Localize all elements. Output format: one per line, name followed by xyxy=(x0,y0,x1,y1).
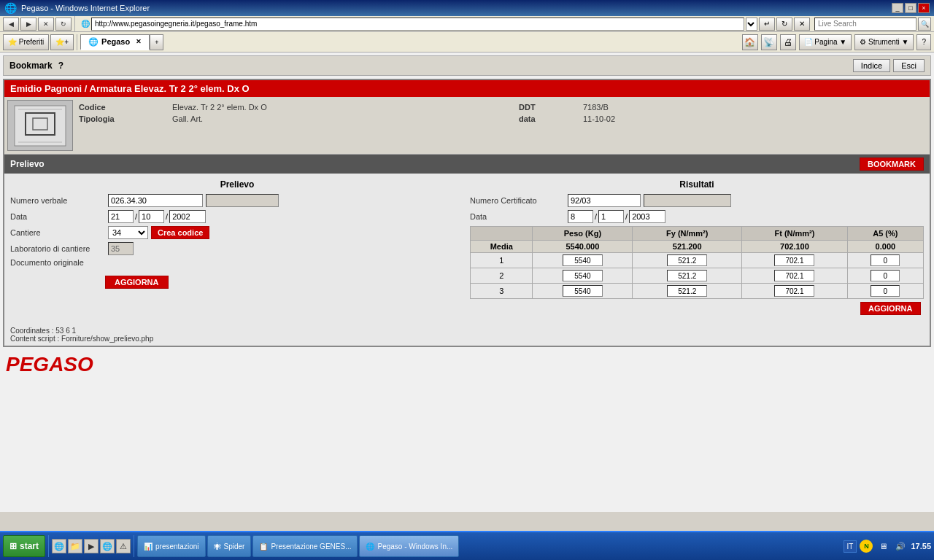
title-bar: 🌐 Pegaso - Windows Internet Explorer _ □… xyxy=(0,0,934,16)
col-ft-header: Ft (N/mm²) xyxy=(742,227,848,241)
back-button[interactable]: ◀ xyxy=(3,18,19,31)
row1-num: 1 xyxy=(471,253,533,268)
ie-logo: 🌐 xyxy=(4,2,17,14)
presentazioni-button[interactable]: 📊 presentazioni xyxy=(137,535,205,557)
date-right-sep1: / xyxy=(595,212,597,221)
toolbar-separator xyxy=(77,34,77,50)
strumenti-button[interactable]: ⚙ Strumenti ▼ xyxy=(854,34,914,50)
media-a5: 0.000 xyxy=(847,241,923,253)
data-right-label: Data xyxy=(470,212,565,221)
feeds-button[interactable]: 📡 xyxy=(761,34,777,50)
row2-ft-input[interactable] xyxy=(774,270,814,281)
tab-pegaso-close[interactable]: ✕ xyxy=(136,38,142,45)
crea-codice-button[interactable]: Crea codice xyxy=(151,226,209,239)
address-input[interactable] xyxy=(91,18,744,31)
pagina-button[interactable]: 📄 Pagina ▼ xyxy=(799,34,852,50)
row3-a5-input[interactable] xyxy=(871,285,900,297)
tipologia-label: Tipologia xyxy=(79,114,166,123)
codice-value: Elevaz. Tr 2 2° elem. Dx O xyxy=(172,103,513,112)
data-month-input[interactable] xyxy=(139,210,164,223)
row1-a5-input[interactable] xyxy=(871,254,900,266)
search-input[interactable] xyxy=(814,18,916,31)
stop-button[interactable]: ✕ xyxy=(38,18,54,31)
documento-row: Documento originale xyxy=(10,258,464,267)
header-fields: Codice Elevaz. Tr 2 2° elem. Dx O DDT 71… xyxy=(76,100,927,151)
numero-cert-input[interactable] xyxy=(568,194,641,207)
date-right-sep2: / xyxy=(625,212,628,221)
ie-taskbar-icon[interactable]: 🌐 xyxy=(52,539,66,553)
row1-ft-input[interactable] xyxy=(774,254,814,266)
title-bar-left: 🌐 Pegaso - Windows Internet Explorer xyxy=(4,2,150,14)
codice-label: Codice xyxy=(79,103,166,112)
row2-fy-input[interactable] xyxy=(667,270,707,281)
print-button[interactable]: 🖨 xyxy=(780,34,796,50)
refresh-button[interactable]: ↻ xyxy=(55,18,72,31)
presentazioni-icon: 📊 xyxy=(144,542,153,551)
tab-pegaso[interactable]: 🌐 Pegaso ✕ xyxy=(80,34,150,50)
col-a5-header: A5 (%) xyxy=(847,227,923,241)
genes-button[interactable]: 📋 Presentazione GENES... xyxy=(252,535,358,557)
close-button[interactable]: × xyxy=(918,3,930,13)
ie2-taskbar-icon[interactable]: 🌐 xyxy=(100,539,115,553)
media-taskbar-icon[interactable]: ▶ xyxy=(84,539,99,553)
forward-button[interactable]: ▶ xyxy=(20,18,36,31)
numero-verbale-label: Numero verbale xyxy=(10,196,105,205)
bookmark-red-button[interactable]: BOOKMARK xyxy=(860,158,924,171)
cantiere-label: Cantiere xyxy=(10,228,105,237)
laboratorio-input xyxy=(108,242,134,255)
row2-a5-input[interactable] xyxy=(871,270,900,281)
indice-button[interactable]: Indice xyxy=(853,59,890,72)
add-favorites-button[interactable]: ⭐+ xyxy=(50,34,74,50)
new-tab-button[interactable]: + xyxy=(150,34,163,50)
numero-verbale-input[interactable] xyxy=(108,194,203,207)
home-button[interactable]: 🏠 xyxy=(742,34,758,50)
pegaso-button[interactable]: 🌐 Pegaso - Windows In... xyxy=(359,535,459,557)
cantiere-select[interactable]: 34 xyxy=(108,226,148,239)
stop-nav-button[interactable]: ✕ xyxy=(794,18,810,31)
data-day-input[interactable] xyxy=(108,210,134,223)
row1-fy-input[interactable] xyxy=(667,254,707,266)
row3-peso-input[interactable] xyxy=(563,285,603,297)
help-button[interactable]: ? xyxy=(916,34,931,50)
window-controls: _ □ × xyxy=(892,3,930,13)
start-label: start xyxy=(20,541,39,551)
data-right-month-input[interactable] xyxy=(598,210,624,223)
taskbar-right: IT N 🖥 🔊 17.55 xyxy=(844,539,931,553)
bookmark-bar: Bookmark ? Indice Esci xyxy=(3,55,931,76)
address-dropdown[interactable]: ▼ xyxy=(746,18,757,31)
prelievo-left: Prelievo Numero verbale Data / / xyxy=(10,179,464,318)
data-year-input[interactable] xyxy=(169,210,206,223)
address-label: 🌐 xyxy=(81,20,90,28)
row3-fy-input[interactable] xyxy=(667,285,707,297)
header-data-value: 11-10-02 xyxy=(583,114,924,123)
maximize-button[interactable]: □ xyxy=(905,3,916,13)
main-content: Emidio Pagnoni / Armatura Elevaz. Tr 2 2… xyxy=(3,79,931,347)
refresh-nav-button[interactable]: ↻ xyxy=(776,18,792,31)
go-button[interactable]: ↵ xyxy=(759,18,775,31)
row3-ft-input[interactable] xyxy=(774,285,814,297)
cantiere-row: Cantiere 34 Crea codice xyxy=(10,226,464,239)
data-right-year-input[interactable] xyxy=(629,210,665,223)
svg-rect-0 xyxy=(15,106,66,146)
pegaso-label: Pegaso - Windows In... xyxy=(377,542,452,551)
row2-num: 2 xyxy=(471,268,533,284)
section-title: Prelievo xyxy=(10,159,45,169)
esci-button[interactable]: Esci xyxy=(893,59,925,72)
search-button[interactable]: 🔍 xyxy=(918,18,931,31)
aggiorna-left-button[interactable]: AGGIORNA xyxy=(105,276,169,289)
bookmark-label: Bookmark xyxy=(9,61,53,71)
favorites-toolbar: ⭐ Preferiti ⭐+ 🌐 Pegaso ✕ + 🏠 📡 🖨 📄 Pagi… xyxy=(0,32,934,52)
alert-taskbar-icon[interactable]: ⚠ xyxy=(116,539,131,553)
row2-peso-input[interactable] xyxy=(563,270,603,281)
breadcrumb-path: / Armatura Elevaz. Tr 2 2° elem. Dx O xyxy=(85,83,250,94)
row1-peso-input[interactable] xyxy=(563,254,603,266)
favorites-button[interactable]: ⭐ Preferiti xyxy=(3,34,49,50)
aggiorna-right-button[interactable]: AGGIORNA xyxy=(860,302,921,315)
data-right-day-input[interactable] xyxy=(568,210,593,223)
start-button[interactable]: ⊞ start xyxy=(3,535,45,557)
minimize-button[interactable]: _ xyxy=(892,3,903,13)
spider-button[interactable]: 🕷 Spider xyxy=(207,535,252,557)
folder-taskbar-icon[interactable]: 📁 xyxy=(68,539,82,553)
numero-verbale-row: Numero verbale xyxy=(10,194,464,207)
numero-cert-label: Numero Certificato xyxy=(470,196,565,205)
